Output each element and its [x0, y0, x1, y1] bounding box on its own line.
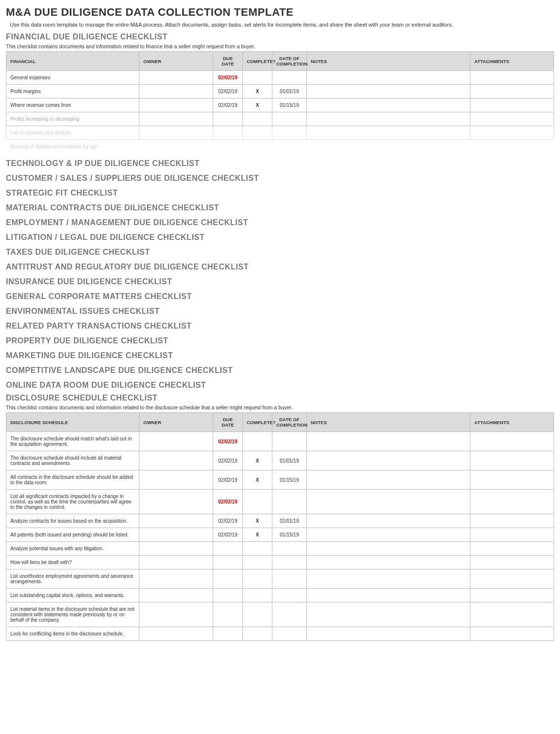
cell-item: Analysis of debtors and creditors by age [6, 140, 139, 154]
cell-owner [139, 432, 213, 451]
table-row: Analysis of debtors and creditors by age [6, 140, 554, 154]
page-title: M&A DUE DILIGENCE DATA COLLECTION TEMPLA… [6, 6, 554, 19]
section-heading: RELATED PARTY TRANSACTIONS CHECKLIST [6, 322, 554, 331]
cell-owner [139, 627, 213, 641]
table-row: Analyze contracts for issues based on th… [6, 514, 554, 528]
cell-notes [307, 490, 470, 514]
cell-notes [307, 85, 470, 99]
cell-owner [139, 470, 213, 490]
table-row: The disclosure schedule should include a… [6, 451, 554, 470]
cell-notes [307, 112, 470, 126]
cell-notes [307, 556, 470, 569]
cell-due: 02/02/19 [213, 71, 243, 85]
cell-attachments [470, 542, 554, 556]
cell-owner [139, 589, 213, 602]
cell-item: Analyze potential issues with any litiga… [6, 542, 139, 556]
cell-notes [307, 589, 470, 602]
financial-heading: FINANCIAL DUE DILIGENCE CHECKLIST [6, 33, 554, 41]
cell-complete: X [243, 451, 272, 470]
cell-date-completed [272, 542, 307, 556]
table-row: Where revenue comes from02/02/19X01/15/1… [6, 99, 554, 112]
cell-owner [139, 112, 213, 126]
cell-due: 02/02/19 [213, 470, 243, 490]
cell-complete [243, 542, 272, 556]
cell-complete [243, 589, 272, 602]
cell-owner [139, 71, 213, 85]
cell-due: 02/02/19 [213, 85, 243, 99]
table-row: Look for conflicting items in the disclo… [6, 627, 554, 641]
cell-date-completed [272, 140, 307, 154]
cell-attachments [470, 140, 554, 154]
col-attachments: ATTACHMENTS [470, 52, 554, 71]
cell-date-completed: 01/15/19 [272, 99, 307, 112]
table-row: List outstanding capital stock, options,… [6, 589, 554, 602]
cell-date-completed [272, 627, 307, 641]
col-notes: NOTES [307, 413, 470, 432]
col-date-completed: DATE OF COMPLETION [272, 413, 307, 432]
cell-date-completed [272, 556, 307, 569]
table-row: List unorthodox employment agreements an… [6, 569, 554, 589]
cell-due: 02/02/19 [213, 99, 243, 112]
table-row: All patents (both issued and pending) sh… [6, 528, 554, 542]
cell-item: General expenses [6, 71, 139, 85]
cell-item: List all significant contracts impacted … [6, 490, 139, 514]
section-heading: EMPLOYMENT / MANAGEMENT DUE DILIGENCE CH… [6, 218, 554, 227]
cell-notes [307, 627, 470, 641]
cell-date-completed: 01/01/19 [272, 451, 307, 470]
cell-attachments [470, 514, 554, 528]
cell-date-completed [272, 589, 307, 602]
disclosure-desc: This checklist contains documents and in… [6, 404, 554, 410]
cell-item: All contracts in the disclosure schedule… [6, 470, 139, 490]
cell-complete: X [243, 514, 272, 528]
cell-owner [139, 556, 213, 569]
cell-owner [139, 569, 213, 589]
cell-owner [139, 85, 213, 99]
col-date-completed: DATE OF COMPLETION [272, 52, 307, 71]
cell-date-completed [272, 569, 307, 589]
cell-date-completed: 01/15/19 [272, 528, 307, 542]
cell-notes [307, 514, 470, 528]
cell-attachments [470, 451, 554, 470]
section-heading: ENVIRONMENTAL ISSUES CHECKLIST [6, 307, 554, 316]
cell-owner [139, 490, 213, 514]
section-heading: MARKETING DUE DILIGENCE CHECKLIST [6, 351, 554, 360]
cell-item: List of creditors and debtors [6, 126, 139, 140]
cell-attachments [470, 490, 554, 514]
section-heading: CUSTOMER / SALES / SUPPLIERS DUE DILIGEN… [6, 174, 554, 183]
cell-due [213, 627, 243, 641]
cell-notes [307, 569, 470, 589]
cell-attachments [470, 71, 554, 85]
financial-table: FINANCIAL OWNER DUE DATE COMPLETE? DATE … [6, 51, 554, 153]
section-heading: ONLINE DATA ROOM DUE DILIGENCE CHECKLIST [6, 381, 554, 390]
table-row: Analyze potential issues with any litiga… [6, 542, 554, 556]
col-item: DISCLOSURE SCHEDULE [6, 413, 139, 432]
cell-date-completed: 01/15/19 [272, 470, 307, 490]
cell-due: 02/02/19 [213, 490, 243, 514]
section-heading: TAXES DUE DILIGENCE CHECKLIST [6, 248, 554, 257]
cell-due [213, 112, 243, 126]
cell-complete [243, 112, 272, 126]
cell-attachments [470, 602, 554, 627]
cell-notes [307, 140, 470, 154]
cell-complete [243, 569, 272, 589]
col-notes: NOTES [307, 52, 470, 71]
section-heading: TECHNOLOGY & IP DUE DILIGENCE CHECKLIST [6, 159, 554, 168]
cell-item: All patents (both issued and pending) sh… [6, 528, 139, 542]
cell-owner [139, 514, 213, 528]
cell-due: 02/02/19 [213, 528, 243, 542]
cell-date-completed [272, 602, 307, 627]
cell-due [213, 602, 243, 627]
cell-item: List material items in the disclosure sc… [6, 602, 139, 627]
cell-due [213, 569, 243, 589]
cell-complete [243, 556, 272, 569]
col-item: FINANCIAL [6, 52, 139, 71]
cell-item: List unorthodox employment agreements an… [6, 569, 139, 589]
cell-notes [307, 71, 470, 85]
cell-date-completed: 01/01/19 [272, 85, 307, 99]
col-due: DUE DATE [213, 413, 243, 432]
cell-owner [139, 528, 213, 542]
cell-attachments [470, 126, 554, 140]
cell-attachments [470, 432, 554, 451]
cell-owner [139, 126, 213, 140]
section-heading: GENERAL CORPORATE MATTERS CHECKLIST [6, 292, 554, 301]
